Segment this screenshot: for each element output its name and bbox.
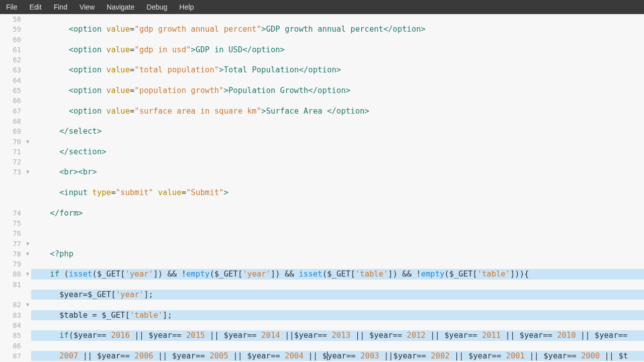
menu-debug[interactable]: Debug	[140, 3, 173, 11]
menu-edit[interactable]: Edit	[24, 3, 48, 11]
text-cursor	[327, 351, 328, 360]
menu-navigate[interactable]: Navigate	[101, 3, 140, 11]
menu-view[interactable]: View	[73, 3, 101, 11]
menu-file[interactable]: File	[0, 3, 24, 11]
line-gutter: 58 59 60 61 62 63 64 65 66 67 68 69 ▼70 …	[0, 14, 31, 361]
fold-icon[interactable]: ▼	[26, 137, 29, 147]
code-area[interactable]: <option value="gdp growth annual percent…	[31, 14, 644, 361]
fold-icon[interactable]: ▼	[26, 300, 29, 310]
menu-find[interactable]: Find	[48, 3, 73, 11]
menu-bar: File Edit Find View Navigate Debug Help	[0, 0, 644, 14]
selection: if (isset($_GET['year']) && !empty($_GET…	[31, 269, 644, 279]
code-editor[interactable]: 58 59 60 61 62 63 64 65 66 67 68 69 ▼70 …	[0, 14, 644, 361]
menu-help[interactable]: Help	[174, 3, 200, 11]
fold-icon[interactable]: ▼	[26, 167, 29, 177]
fold-icon[interactable]: ▼	[26, 239, 29, 249]
fold-icon[interactable]: ▼	[26, 269, 29, 279]
fold-icon[interactable]: ▼	[26, 249, 29, 259]
